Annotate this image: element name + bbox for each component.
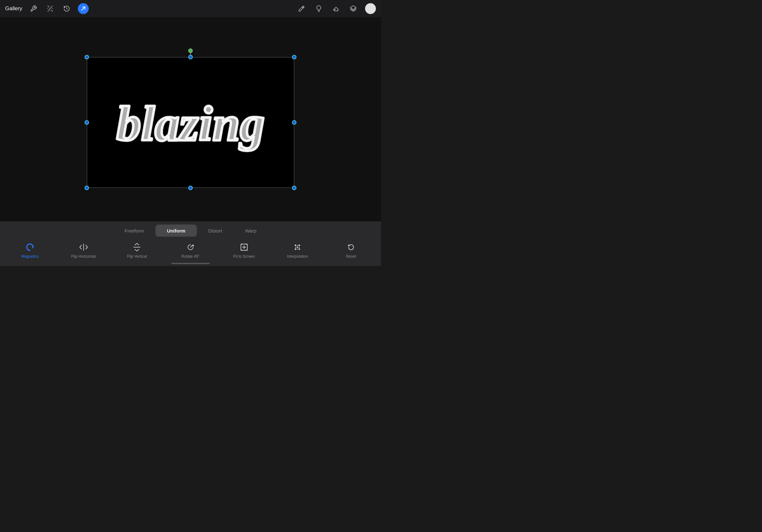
interpolation-icon	[293, 243, 302, 252]
tab-uniform[interactable]: Uniform	[155, 225, 197, 237]
rotate-45-label: Rotate 45°	[182, 254, 200, 259]
rotate-45-icon-container	[185, 242, 196, 253]
fit-to-screen-action[interactable]: Fit to Screen	[231, 242, 257, 259]
fit-to-screen-icon-container	[239, 242, 250, 253]
rotate-45-icon	[186, 243, 195, 252]
eraser-button[interactable]	[331, 3, 342, 14]
fit-to-screen-label: Fit to Screen	[233, 254, 255, 259]
svg-text:blazing: blazing	[116, 96, 265, 151]
handle-bottom-right[interactable]	[292, 186, 296, 190]
handle-bottom-left[interactable]	[85, 186, 89, 190]
flip-horizontal-icon	[79, 243, 88, 252]
brush-button[interactable]	[296, 3, 307, 14]
reset-icon	[346, 243, 355, 252]
magic-wand-icon	[46, 5, 54, 12]
transform-tabs: Freeform Uniform Distort Warp	[0, 221, 381, 237]
adjustments-button[interactable]	[45, 3, 55, 14]
fit-to-screen-icon	[240, 243, 249, 252]
flip-horizontal-label: Flip Horizontal	[71, 254, 96, 259]
reset-icon-container	[345, 242, 356, 253]
eraser-icon	[333, 5, 340, 12]
rotate-45-action[interactable]: Rotate 45°	[178, 242, 203, 259]
blazing-artwork: blazing blazing blazing	[87, 57, 294, 188]
tab-warp[interactable]: Warp	[234, 225, 268, 237]
interpolation-icon-container	[292, 242, 303, 253]
svg-line-8	[190, 245, 192, 247]
rotation-handle[interactable]	[188, 48, 193, 53]
layers-button[interactable]	[348, 3, 359, 14]
handle-top-right[interactable]	[292, 55, 296, 59]
settings-button[interactable]	[28, 3, 39, 14]
magnetics-action[interactable]: Magnetics	[17, 242, 43, 259]
interpolation-action[interactable]: Interpolation	[285, 242, 310, 259]
artwork-canvas: blazing blazing blazing	[87, 57, 294, 188]
flip-vertical-label: Flip Vertical	[127, 254, 147, 259]
top-navigation-bar: Gallery	[0, 0, 381, 17]
brush-icon	[298, 5, 305, 12]
handle-bottom-center[interactable]	[188, 186, 193, 190]
flip-vertical-icon	[132, 243, 141, 252]
flip-vertical-icon-container	[131, 242, 142, 253]
history-icon	[63, 5, 70, 12]
top-bar-right	[296, 3, 376, 14]
history-button[interactable]	[61, 3, 72, 14]
flip-horizontal-icon-container	[78, 242, 89, 253]
interpolation-label: Interpolation	[287, 254, 308, 259]
magnetics-icon-container	[25, 242, 36, 253]
canvas-area[interactable]: blazing blazing blazing	[0, 17, 381, 221]
magnetics-label: Magnetics	[21, 254, 38, 259]
svg-line-0	[48, 7, 52, 11]
smudge-icon	[315, 5, 322, 12]
handle-middle-left[interactable]	[85, 120, 89, 125]
transform-active-button[interactable]	[78, 3, 89, 14]
handle-top-center[interactable]	[188, 55, 193, 59]
magnetics-icon	[26, 243, 35, 252]
avatar-button[interactable]	[365, 3, 376, 14]
transform-actions: Magnetics Flip Horizontal Flip Vertical	[0, 237, 381, 266]
handle-middle-right[interactable]	[292, 120, 296, 125]
arrow-up-right-icon	[80, 6, 86, 12]
gallery-button[interactable]: Gallery	[5, 5, 22, 12]
tab-distort[interactable]: Distort	[197, 225, 234, 237]
transform-container: blazing blazing blazing	[87, 51, 294, 188]
smudge-button[interactable]	[313, 3, 324, 14]
bottom-toolbar: Freeform Uniform Distort Warp Magnetics	[0, 221, 381, 266]
flip-vertical-action[interactable]: Flip Vertical	[124, 242, 150, 259]
svg-point-14	[297, 246, 298, 248]
layers-icon	[350, 5, 357, 12]
reset-action[interactable]: Reset	[338, 242, 364, 259]
top-bar-left: Gallery	[5, 3, 89, 14]
reset-label: Reset	[346, 254, 356, 259]
tab-freeform[interactable]: Freeform	[113, 225, 156, 237]
wrench-icon	[30, 5, 37, 12]
scroll-indicator	[171, 263, 210, 264]
flip-horizontal-action[interactable]: Flip Horizontal	[71, 242, 96, 259]
handle-top-left[interactable]	[85, 55, 89, 59]
